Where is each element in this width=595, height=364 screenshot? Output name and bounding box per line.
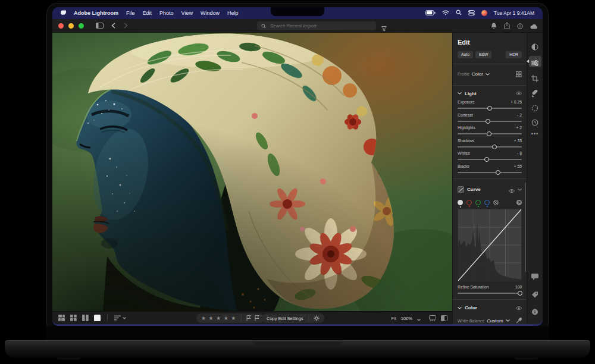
refine-saturation-knob[interactable] — [518, 291, 522, 296]
search-input-wrap[interactable] — [257, 21, 376, 30]
zoom-chevron-icon[interactable] — [417, 313, 421, 324]
menu-item-view[interactable]: View — [181, 10, 193, 16]
color-section-header[interactable]: Color — [458, 305, 522, 310]
pick-flag-icon[interactable] — [246, 313, 251, 324]
chevron-down-icon — [506, 319, 510, 322]
more-icon[interactable]: ••• — [531, 131, 538, 137]
blacks-knob[interactable] — [496, 170, 500, 175]
presets-icon[interactable] — [531, 42, 538, 53]
masking-icon[interactable] — [531, 103, 538, 114]
curve-channel-red[interactable] — [466, 200, 472, 205]
reject-flag-icon[interactable] — [255, 313, 259, 324]
crop-icon[interactable] — [531, 74, 538, 84]
detail-view-icon[interactable] — [94, 313, 101, 324]
chevron-down-icon — [458, 307, 462, 309]
copy-edit-settings-button[interactable]: Copy Edit Settings — [267, 316, 303, 321]
color-eye-icon[interactable] — [516, 306, 522, 310]
white-balance-value[interactable]: Custom — [487, 318, 503, 324]
slider-value: - 8 — [517, 151, 522, 155]
contrast-track[interactable] — [458, 121, 522, 122]
highlights-knob[interactable] — [487, 131, 491, 136]
siri-icon[interactable] — [481, 10, 487, 16]
square-grid-view-icon[interactable] — [70, 313, 77, 324]
curve-targeted-adjust-icon[interactable] — [493, 200, 499, 205]
zoom-window-button[interactable] — [79, 23, 84, 29]
close-window-button[interactable] — [58, 23, 64, 29]
apple-menu-icon[interactable] — [61, 10, 66, 17]
menu-app-name[interactable]: Adobe Lightroom — [74, 10, 118, 16]
menu-item-photo[interactable]: Photo — [159, 10, 174, 16]
menu-item-window[interactable]: Window — [201, 10, 220, 16]
slider-highlights: Highlights+ 2 — [458, 125, 522, 134]
curve-channels — [458, 200, 522, 205]
notifications-bell-icon[interactable] — [491, 21, 497, 32]
zoom-level[interactable]: 100% — [401, 316, 412, 321]
wifi-icon[interactable] — [442, 10, 449, 17]
sidebar-toggle-icon[interactable] — [96, 23, 104, 29]
versions-clock-icon[interactable] — [531, 118, 538, 128]
back-arrow-icon[interactable] — [111, 23, 116, 29]
fit-button[interactable]: Fit — [391, 316, 396, 321]
photo-grid-view-icon[interactable] — [58, 313, 65, 324]
healing-icon[interactable] — [531, 89, 538, 99]
cloud-icon[interactable] — [530, 21, 538, 32]
exposure-knob[interactable] — [487, 106, 492, 111]
profile-row[interactable]: Profile Color — [458, 69, 522, 80]
curve-channel-green[interactable] — [475, 200, 481, 205]
light-section-header[interactable]: Light — [458, 91, 522, 96]
forward-arrow-icon[interactable] — [123, 23, 129, 29]
white-balance-row[interactable]: White Balance Custom — [458, 315, 522, 324]
light-eye-icon[interactable] — [516, 92, 522, 95]
filmstrip-icon[interactable] — [429, 313, 436, 324]
macbook-foot — [515, 357, 538, 360]
menu-clock[interactable]: Tue Apr 1 9:41AM — [494, 10, 534, 16]
spotlight-search-icon[interactable] — [456, 10, 462, 17]
sync-status-icon[interactable] — [517, 21, 523, 32]
photo-canvas[interactable]: ★ ★ ★ ★ ★ Copy Edit Settings — [52, 33, 452, 324]
auto-button[interactable]: Auto — [458, 51, 473, 58]
profile-browse-icon[interactable] — [516, 69, 522, 80]
exposure-track[interactable] — [458, 108, 522, 109]
info-icon[interactable] — [532, 307, 538, 318]
menu-item-edit[interactable]: Edit — [143, 10, 152, 16]
refine-saturation-track[interactable] — [458, 293, 522, 294]
search-input[interactable] — [269, 23, 364, 29]
minimize-window-button[interactable] — [68, 23, 74, 29]
chevron-down-icon[interactable] — [518, 189, 522, 191]
contrast-knob[interactable] — [486, 119, 490, 124]
keywords-tag-icon[interactable] — [532, 290, 538, 300]
control-center-icon[interactable] — [468, 10, 475, 17]
curve-eye-icon[interactable] — [509, 184, 515, 195]
curve-tool-icon[interactable] — [458, 186, 464, 193]
whites-knob[interactable] — [484, 157, 489, 162]
shadows-knob[interactable] — [492, 145, 497, 149]
eyedropper-icon[interactable] — [516, 315, 522, 324]
blacks-track[interactable] — [458, 172, 522, 173]
star-rating[interactable]: ★ ★ ★ ★ ★ — [201, 316, 236, 321]
menu-item-file[interactable]: File — [126, 10, 135, 16]
share-icon[interactable] — [504, 21, 510, 32]
settings-gear-icon[interactable] — [314, 313, 320, 324]
color-section-title: Color — [465, 305, 477, 310]
menu-item-help[interactable]: Help — [227, 10, 239, 16]
before-after-icon[interactable] — [441, 313, 447, 324]
macbook: Adobe Lightroom File Edit Photo View Win… — [0, 0, 595, 364]
tone-curve[interactable] — [458, 209, 522, 281]
profile-value[interactable]: Color — [472, 71, 483, 77]
whites-track[interactable] — [458, 159, 522, 160]
curve-channel-luminance[interactable] — [458, 200, 463, 205]
comments-icon[interactable] — [531, 272, 538, 283]
compare-view-icon[interactable] — [82, 313, 89, 324]
curve-reset-icon[interactable] — [516, 200, 522, 205]
panel-scrollbar[interactable] — [525, 183, 526, 272]
curve-channel-blue[interactable] — [484, 200, 490, 205]
edit-sliders-icon[interactable] — [531, 58, 538, 69]
shadows-track[interactable] — [458, 146, 522, 148]
battery-icon[interactable] — [425, 10, 436, 17]
curve-section-header[interactable]: Curve — [458, 184, 522, 195]
highlights-track[interactable] — [458, 133, 522, 134]
hdr-button[interactable]: HDR — [506, 51, 522, 58]
bw-button[interactable]: B&W — [475, 51, 491, 58]
search-icon — [261, 24, 266, 29]
sort-icon[interactable] — [114, 315, 126, 321]
